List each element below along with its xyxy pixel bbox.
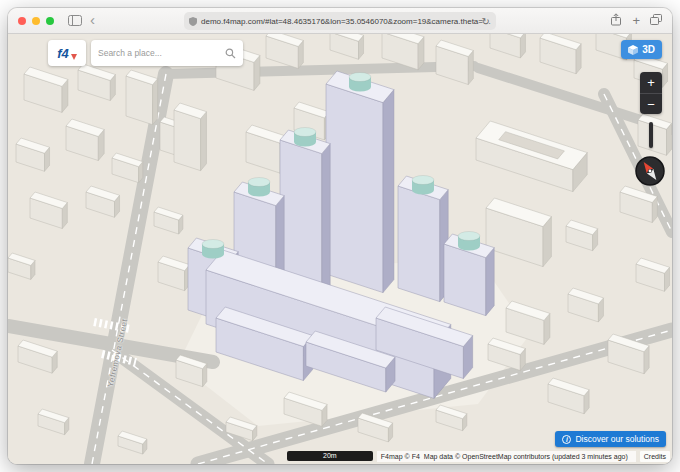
- search-icon[interactable]: [225, 48, 236, 59]
- scale-bar: 20m: [287, 451, 373, 461]
- new-tab-icon[interactable]: +: [632, 14, 640, 27]
- window-controls: [18, 17, 60, 25]
- toolbar-actions: +: [610, 13, 662, 29]
- address-bar[interactable]: demo.f4map.com/#lat=48.4635176&lon=35.05…: [184, 12, 496, 30]
- map-viewport[interactable]: Yefremova Street f4 3D + −: [8, 34, 672, 464]
- close-window-button[interactable]: [18, 17, 26, 25]
- zoom-out-button[interactable]: −: [640, 93, 662, 114]
- search-bar[interactable]: [91, 40, 243, 66]
- view-3d-toggle[interactable]: 3D: [621, 40, 662, 59]
- search-panel: f4: [48, 40, 243, 66]
- zoom-control: + −: [640, 72, 662, 114]
- zoom-in-button[interactable]: +: [640, 72, 662, 93]
- info-circle-icon: i: [562, 435, 571, 444]
- f4map-attribution: F4map © F4: [381, 453, 420, 460]
- cube-icon: [628, 45, 638, 55]
- compass-control[interactable]: [635, 156, 665, 186]
- view-3d-label: 3D: [642, 44, 655, 55]
- tab-overview-icon[interactable]: [650, 14, 662, 28]
- privacy-shield-icon: [189, 17, 197, 26]
- browser-window: ‹ demo.f4map.com/#lat=48.4635176&lon=35.…: [8, 8, 672, 464]
- discover-solutions-button[interactable]: i Discover our solutions: [555, 431, 666, 447]
- browser-toolbar: ‹ demo.f4map.com/#lat=48.4635176&lon=35.…: [8, 8, 672, 34]
- url-text: demo.f4map.com/#lat=48.4635176&lon=35.05…: [201, 17, 491, 26]
- fullscreen-window-button[interactable]: [46, 17, 54, 25]
- discover-solutions-label: Discover our solutions: [575, 434, 659, 444]
- minimize-window-button[interactable]: [32, 17, 40, 25]
- search-input[interactable]: [98, 48, 225, 58]
- attribution-text: F4map © F4Map data © OpenStreetMap contr…: [377, 451, 636, 462]
- share-icon[interactable]: [610, 13, 622, 29]
- credits-link[interactable]: Credits: [640, 451, 670, 462]
- f4map-logo[interactable]: f4: [48, 40, 86, 66]
- map-canvas: [8, 34, 672, 464]
- back-button[interactable]: ‹: [90, 12, 95, 27]
- compass-needle-icon: [635, 156, 665, 186]
- logo-pin-icon: [71, 54, 77, 60]
- refresh-icon[interactable]: ↻: [482, 16, 490, 27]
- sidebar-toggle-icon[interactable]: [68, 15, 82, 26]
- tilt-slider[interactable]: [649, 122, 653, 148]
- map-footer: 20m F4map © F4Map data © OpenStreetMap c…: [287, 450, 670, 462]
- logo-text: f4: [57, 46, 69, 61]
- osm-attribution-link[interactable]: Map data © OpenStreetMap contributors (u…: [424, 453, 628, 460]
